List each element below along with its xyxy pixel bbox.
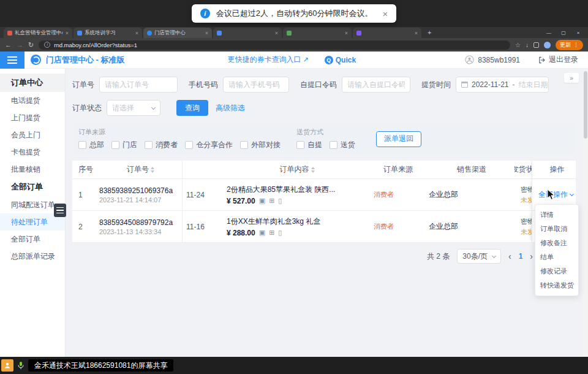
checkbox-hq[interactable]: 总部 (78, 140, 104, 150)
sidebar-section-all-orders[interactable]: 全部订单 (0, 178, 65, 196)
microphone-icon[interactable] (17, 361, 25, 370)
tab-close-icon[interactable]: × (135, 30, 138, 36)
phone-input[interactable] (223, 77, 289, 93)
browser-update-button[interactable]: 更新 ⋮ (556, 40, 583, 50)
logout-button[interactable]: 退出登录 (538, 55, 578, 65)
table-row-2: 2 83859345088979792a 2023-11-13 14:33:34… (72, 211, 576, 243)
toast-close-icon[interactable]: × (382, 9, 388, 19)
hamburger-menu-button[interactable] (0, 52, 24, 69)
checkbox-external[interactable]: 外部对接 (240, 140, 281, 150)
dispatch-return-button[interactable]: 派单退回 (376, 131, 421, 147)
prev-page-button[interactable]: ‹ (508, 251, 511, 261)
page-size-select[interactable]: 30条/页 (457, 249, 501, 264)
reload-icon[interactable]: ↻ (28, 41, 34, 49)
sidebar-item-hq-dispatch-records[interactable]: 总部派单记录 (0, 248, 65, 265)
all-actions-dropdown[interactable]: 全部操作 (538, 189, 576, 200)
forward-icon[interactable]: → (17, 41, 23, 48)
tab-close-icon[interactable]: × (66, 30, 69, 36)
menu-item-edit-remark[interactable]: 修改备注 (535, 236, 578, 250)
sort-icon[interactable] (311, 167, 315, 173)
browser-tabbar: 礼盒营销专业管理中心 × 系统培训学习 × 门店管理中心 × × × × (0, 27, 588, 38)
date-separator: - (513, 80, 515, 89)
chevron-down-icon (492, 253, 496, 258)
checkbox-self-pickup[interactable]: 自提 (296, 140, 322, 150)
advanced-filter-link[interactable]: 高级筛选 (216, 103, 245, 113)
address-bar[interactable]: i rnd.maboy.cn/AllOrder?status=1 (39, 40, 510, 50)
browser-tab-1[interactable]: 礼盒营销专业管理中心 × (4, 28, 72, 38)
checkbox-consumer[interactable]: 消费者 (145, 140, 178, 150)
tab-close-icon[interactable]: × (345, 30, 348, 36)
extensions-icon[interactable] (533, 42, 539, 48)
back-icon[interactable]: ← (5, 41, 12, 48)
checkbox-warehouse-share[interactable]: 仓分享合作 (185, 140, 233, 150)
panel-collapse-button[interactable]: » (564, 73, 579, 83)
site-info-icon[interactable]: i (44, 42, 50, 48)
new-tab-button[interactable]: + (428, 29, 431, 36)
pickup-code-input[interactable] (342, 77, 410, 93)
sort-icon[interactable] (151, 167, 154, 173)
favicon (287, 31, 292, 36)
order-status-select[interactable]: 请选择 (107, 100, 160, 116)
menu-item-edit-history[interactable]: 修改记录 (535, 264, 578, 278)
checkbox-icon[interactable] (145, 141, 153, 149)
order-source-tag: 消费者 (374, 222, 423, 231)
favicon (7, 31, 12, 36)
browser-tab-4[interactable]: × (213, 28, 282, 38)
tab-title: 门店管理中心 (154, 29, 203, 37)
ship-status-line1: 密物流 (521, 217, 532, 226)
orders-table: 序号 订单号 订单内容 订单来源 销售渠道 发货状态 操作 1 (72, 161, 576, 243)
browser-tab-6[interactable]: × (353, 28, 421, 38)
browser-tab-3-active[interactable]: 门店管理中心 × (143, 28, 212, 38)
floating-menu-button[interactable] (54, 204, 66, 217)
order-no-input[interactable] (99, 77, 178, 93)
sidebar-item-batch-verify[interactable]: 批量核销 (0, 161, 65, 178)
menu-item-cancel-order[interactable]: 订单取消 (535, 222, 578, 236)
tab-close-icon[interactable]: × (205, 30, 208, 36)
current-page[interactable]: 1 (519, 252, 523, 261)
tab-close-icon[interactable]: × (275, 30, 278, 36)
browser-tab-5[interactable]: × (283, 28, 352, 38)
order-source-tag: 消费者 (374, 190, 423, 199)
window-close-icon[interactable]: × (571, 30, 586, 36)
row-index: 2 (78, 223, 93, 231)
checkbox-icon[interactable] (240, 141, 248, 149)
tab-close-icon[interactable]: × (415, 30, 418, 36)
external-link-icon: ↗ (303, 56, 309, 64)
quick-search-entry[interactable]: Q Quick (325, 56, 356, 64)
sidebar-item-all-orders[interactable]: 全部订单 (0, 231, 65, 248)
user-account[interactable]: 8385wb1991 (465, 55, 520, 64)
checkbox-icon[interactable] (185, 141, 193, 149)
search-button[interactable]: 查询 (176, 100, 208, 116)
download-icon[interactable]: ↓ (526, 42, 529, 48)
next-page-button[interactable]: › (530, 251, 533, 261)
browser-tab-2[interactable]: 系统培训学习 × (74, 28, 142, 38)
sidebar-item-door-pickup[interactable]: 上门提货 (0, 109, 65, 126)
checkbox-icon[interactable] (296, 141, 304, 149)
col-header-index: 序号 (72, 161, 93, 178)
sidebar-item-phone-pickup[interactable]: 电话提货 (0, 92, 65, 109)
chevron-down-icon (151, 105, 156, 109)
checkbox-icon[interactable] (78, 141, 86, 149)
window-controls: — ▢ × (541, 30, 586, 36)
sidebar-item-member-visit[interactable]: 会员上门 (0, 126, 65, 143)
app-logo (31, 55, 41, 65)
menu-item-close-order[interactable]: 结单 (535, 250, 578, 264)
checkbox-store[interactable]: 门店 (111, 140, 137, 150)
maximize-icon[interactable]: ▢ (556, 30, 571, 36)
sidebar-item-card-pickup[interactable]: 卡包提货 (0, 143, 65, 161)
menu-item-express-ship[interactable]: 转快递发货 (535, 278, 578, 292)
sidebar-section-order-center[interactable]: 订单中心 (0, 74, 65, 92)
scrollbar-thumb[interactable] (584, 71, 587, 139)
bookmark-star-icon[interactable]: ☆ (515, 42, 521, 48)
checkbox-icon[interactable] (111, 141, 119, 149)
scrollbar-track[interactable] (583, 69, 588, 357)
coupon-link-label: 更快捷的券卡查询入口 (228, 55, 301, 65)
col-header-action: 操作 (532, 161, 576, 178)
checkbox-icon[interactable] (330, 141, 337, 149)
profile-avatar[interactable] (544, 42, 551, 48)
date-range-picker[interactable]: 2022-11-21 - 结束日期 (456, 77, 549, 93)
coupon-query-link[interactable]: 更快捷的券卡查询入口 ↗ (228, 55, 309, 65)
menu-item-detail[interactable]: 详情 (535, 208, 578, 222)
checkbox-delivery[interactable]: 送货 (330, 140, 355, 150)
minimize-icon[interactable]: — (541, 30, 556, 36)
